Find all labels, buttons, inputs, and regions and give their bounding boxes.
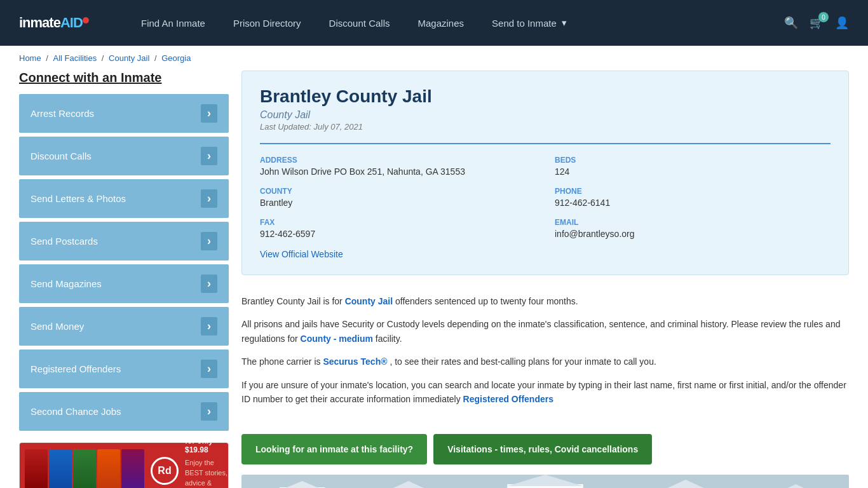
phone-field: PHONE 912-462-6141 xyxy=(555,187,831,208)
sidebar-item-send-letters[interactable]: Send Letters & Photos › xyxy=(19,179,229,218)
header-icons: 🔍 🛒 0 👤 xyxy=(784,16,849,30)
sidebar-item-registered-offenders[interactable]: Registered Offenders › xyxy=(19,349,229,388)
arrow-icon: › xyxy=(201,274,217,293)
facility-photo xyxy=(241,475,849,488)
nav-send-to-inmate[interactable]: Send to Inmate ▾ xyxy=(478,0,581,46)
beds-field: BEDS 124 xyxy=(555,156,831,177)
sidebar-item-send-magazines[interactable]: Send Magazines › xyxy=(19,264,229,303)
ad-book-1 xyxy=(25,449,48,488)
ad-books xyxy=(25,449,144,488)
nav-magazines[interactable]: Magazines xyxy=(403,0,478,46)
fax-field: FAX 912-462-6597 xyxy=(260,218,536,239)
facility-divider xyxy=(260,143,831,144)
ad-book-5 xyxy=(121,449,144,488)
logo[interactable]: inmateAID xyxy=(19,15,108,31)
email-field: EMAIL info@brantleyso.org xyxy=(555,218,831,239)
official-website-link[interactable]: View Official Website xyxy=(260,249,343,259)
building-svg xyxy=(241,475,849,488)
county-jail-link[interactable]: County Jail xyxy=(345,296,393,306)
facility-card: Brantley County Jail County Jail Last Up… xyxy=(241,71,849,275)
arrow-icon: › xyxy=(201,232,217,250)
desc-para-2: All prisons and jails have Security or C… xyxy=(241,317,849,346)
logo-dot-icon xyxy=(83,17,89,24)
cta-buttons: Looking for an inmate at this facility? … xyxy=(241,434,849,464)
view-website[interactable]: View Official Website xyxy=(260,249,831,259)
breadcrumb-home[interactable]: Home xyxy=(19,53,41,63)
county-medium-link[interactable]: County - medium xyxy=(301,334,373,344)
arrow-icon: › xyxy=(201,104,217,123)
cart-button[interactable]: 🛒 0 xyxy=(810,16,824,30)
site-header: inmateAID Find An Inmate Prison Director… xyxy=(0,0,868,46)
breadcrumb-all-facilities[interactable]: All Facilities xyxy=(53,53,97,63)
desc-para-3: The phone carrier is Securus Tech® , to … xyxy=(241,355,849,369)
ad-book-2 xyxy=(49,449,72,488)
sidebar-item-send-postcards[interactable]: Send Postcards › xyxy=(19,222,229,261)
arrow-icon: › xyxy=(201,360,217,378)
facility-type: County Jail xyxy=(260,109,831,121)
registered-offenders-link[interactable]: Registered Offenders xyxy=(463,394,553,404)
user-button[interactable]: 👤 xyxy=(835,16,849,30)
search-icon: 🔍 xyxy=(784,16,798,30)
arrow-icon: › xyxy=(201,189,217,208)
main-container: Connect with an Inmate Arrest Records › … xyxy=(0,71,868,488)
nav-prison-directory[interactable]: Prison Directory xyxy=(219,0,315,46)
ad-banner: Rd 1 Year Subscription for only $19.98 E… xyxy=(19,442,229,488)
nav-find-inmate[interactable]: Find An Inmate xyxy=(127,0,219,46)
ad-text: 1 Year Subscription for only $19.98 Enjo… xyxy=(185,442,229,488)
dropdown-arrow-icon: ▾ xyxy=(562,17,567,29)
user-icon: 👤 xyxy=(835,16,849,30)
sidebar-item-send-money[interactable]: Send Money › xyxy=(19,307,229,346)
desc-para-4: If you are unsure of your inmate's locat… xyxy=(241,378,849,407)
arrow-icon: › xyxy=(201,147,217,165)
facility-updated: Last Updated: July 07, 2021 xyxy=(260,122,831,132)
sidebar-title: Connect with an Inmate xyxy=(19,71,229,85)
arrow-icon: › xyxy=(201,317,217,336)
facility-name: Brantley County Jail xyxy=(260,86,831,107)
sidebar-item-arrest-records[interactable]: Arrest Records › xyxy=(19,94,229,133)
content-area: Brantley County Jail County Jail Last Up… xyxy=(241,71,849,488)
facility-grid: ADDRESS John Wilson Drive PO Box 251, Na… xyxy=(260,156,831,239)
breadcrumb: Home / All Facilities / County Jail / Ge… xyxy=(0,46,868,71)
address-field: ADDRESS John Wilson Drive PO Box 251, Na… xyxy=(260,156,536,177)
sidebar-item-second-chance-jobs[interactable]: Second Chance Jobs › xyxy=(19,392,229,431)
cart-badge: 0 xyxy=(818,12,829,22)
breadcrumb-county-jail[interactable]: County Jail xyxy=(109,53,149,63)
description-area: Brantley County Jail is for County Jail … xyxy=(241,288,849,421)
visitations-cta-button[interactable]: Visitations - times, rules, Covid cancel… xyxy=(433,434,652,464)
sidebar-item-discount-calls[interactable]: Discount Calls › xyxy=(19,137,229,175)
arrow-icon: › xyxy=(201,402,217,421)
nav-discount-calls[interactable]: Discount Calls xyxy=(315,0,404,46)
main-nav: Find An Inmate Prison Directory Discount… xyxy=(127,0,784,46)
desc-para-1: Brantley County Jail is for County Jail … xyxy=(241,294,849,308)
sidebar: Connect with an Inmate Arrest Records › … xyxy=(19,71,229,488)
county-field: COUNTY Brantley xyxy=(260,187,536,208)
securus-link[interactable]: Securus Tech® xyxy=(323,356,387,367)
ad-book-4 xyxy=(97,449,120,488)
find-inmate-cta-button[interactable]: Looking for an inmate at this facility? xyxy=(241,434,427,464)
search-button[interactable]: 🔍 xyxy=(784,16,798,30)
ad-book-3 xyxy=(73,449,96,488)
readers-digest-logo: Rd xyxy=(151,457,179,485)
breadcrumb-georgia[interactable]: Georgia xyxy=(161,53,191,63)
